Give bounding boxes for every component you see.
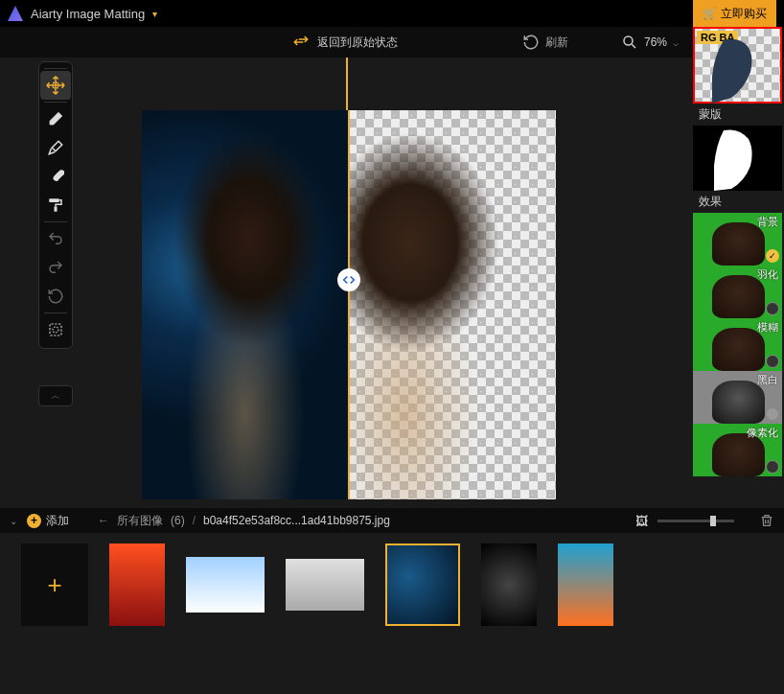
swap-icon	[292, 34, 310, 51]
effect-label: 模糊	[757, 320, 778, 335]
all-images-label[interactable]: 所有图像	[117, 513, 163, 529]
check-icon: ✓	[766, 249, 779, 263]
svg-rect-3	[55, 207, 58, 212]
thumbnail-size-slider[interactable]	[657, 520, 734, 522]
canvas-result	[348, 110, 556, 499]
filmstrip-thumb[interactable]	[558, 544, 613, 626]
zoom-icon	[621, 34, 638, 51]
chevron-down-icon: ⌵	[673, 37, 679, 48]
radio-icon	[766, 302, 779, 315]
chevron-up-icon: ︿	[51, 389, 60, 403]
effect-pixelate[interactable]: 像素化	[693, 424, 782, 476]
add-image-button[interactable]: + 添加	[27, 513, 69, 529]
filmstrip-add-button[interactable]: +	[21, 544, 88, 626]
undo-button[interactable]	[40, 224, 71, 253]
mask-preview[interactable]	[693, 126, 782, 191]
effect-blackwhite[interactable]: 黑白	[693, 371, 782, 424]
effect-feather[interactable]: 羽化	[693, 266, 782, 318]
left-toolbar	[38, 61, 73, 349]
effect-blur[interactable]: 模糊	[693, 318, 782, 371]
effect-label: 黑白	[757, 373, 778, 387]
reset-icon	[47, 288, 64, 305]
brush-tool[interactable]	[40, 162, 71, 191]
top-controls: 返回到原始状态 刷新 76% ⌵	[0, 27, 784, 58]
marquee-icon	[47, 321, 64, 338]
radio-icon	[766, 355, 779, 368]
chevron-down-icon[interactable]: ▾	[152, 9, 157, 19]
comparison-divider-top	[346, 58, 348, 110]
refresh-button[interactable]: 刷新	[522, 34, 568, 51]
marquee-tool[interactable]	[40, 315, 71, 344]
filmstrip-thumb-selected[interactable]	[385, 544, 460, 626]
trash-icon[interactable]	[759, 513, 774, 528]
filmstrip-thumb[interactable]	[286, 559, 364, 611]
filmstrip: +	[0, 537, 784, 633]
chevron-down-icon[interactable]: ⌄	[10, 516, 17, 526]
paint-roller-icon	[47, 197, 64, 214]
rgba-preview[interactable]: RG BA	[693, 27, 782, 104]
mask-section-label: 蒙版	[693, 104, 784, 126]
bottom-bar: ⌄ + 添加 ← 所有图像 (6) / b0a4f52e53af8cc...1a…	[0, 508, 784, 533]
filmstrip-thumb[interactable]	[186, 557, 265, 613]
brush-restore-tool[interactable]	[40, 133, 71, 162]
zoom-control[interactable]: 76% ⌵	[621, 34, 679, 51]
reset-button[interactable]: 返回到原始状态	[292, 34, 398, 51]
filmstrip-thumb[interactable]	[481, 544, 537, 626]
svg-point-0	[624, 36, 633, 45]
image-icon: 🖼	[635, 514, 648, 528]
app-logo-icon	[8, 6, 23, 21]
canvas-original	[142, 110, 348, 499]
breadcrumb: ← 所有图像 (6) / b0a4f52e53af8cc...1ad41bb98…	[98, 513, 390, 529]
undo-icon	[47, 230, 64, 247]
add-label: 添加	[46, 513, 69, 529]
redo-button[interactable]	[40, 253, 71, 282]
effect-background[interactable]: 背景 ✓	[693, 213, 782, 266]
effects-section-label: 效果	[693, 191, 784, 213]
filmstrip-thumb[interactable]	[109, 544, 165, 626]
reset-tool[interactable]	[40, 282, 71, 311]
radio-icon	[766, 460, 779, 474]
effect-label: 像素化	[747, 426, 778, 440]
canvas	[142, 110, 556, 499]
reset-label: 返回到原始状态	[317, 35, 398, 51]
back-icon[interactable]: ←	[98, 514, 109, 527]
titlebar-left: Aiarty Image Matting ▾	[8, 6, 157, 21]
titlebar: Aiarty Image Matting ▾ 🛒 立即购买	[0, 0, 784, 27]
comparison-slider-handle[interactable]	[337, 268, 360, 291]
slider-arrows-icon	[342, 273, 356, 287]
zoom-value: 76%	[644, 35, 667, 49]
move-tool[interactable]	[40, 71, 71, 100]
filename: b0a4f52e53af8cc...1ad41bb9875.jpg	[203, 514, 390, 527]
refresh-label: 刷新	[545, 35, 568, 51]
svg-point-5	[53, 327, 58, 333]
effect-label: 羽化	[757, 267, 778, 282]
redo-icon	[47, 259, 64, 276]
plus-icon: +	[47, 570, 61, 600]
refresh-icon	[522, 34, 540, 51]
paint-roller-tool[interactable]	[40, 191, 71, 220]
brush-restore-icon	[47, 139, 64, 156]
effect-label: 背景	[757, 215, 778, 229]
comparison-divider[interactable]	[348, 110, 350, 499]
right-panel: RG BA 蒙版 效果 背景 ✓ 羽化 模糊 黑白 像素化	[693, 27, 784, 501]
image-count: (6)	[171, 514, 185, 527]
svg-rect-2	[49, 198, 59, 202]
toolbar-collapse-button[interactable]: ︿	[38, 385, 73, 406]
app-title: Aiarty Image Matting	[31, 7, 145, 21]
svg-rect-4	[50, 324, 61, 335]
cart-icon: 🛒	[703, 7, 717, 20]
move-icon	[45, 75, 66, 96]
buy-label: 立即购买	[721, 6, 767, 22]
eraser-icon	[47, 110, 64, 127]
radio-icon	[766, 407, 779, 421]
buy-button[interactable]: 🛒 立即购买	[693, 0, 776, 27]
eraser-tool[interactable]	[40, 104, 71, 133]
plus-icon: +	[27, 514, 41, 528]
brush-icon	[47, 168, 64, 185]
